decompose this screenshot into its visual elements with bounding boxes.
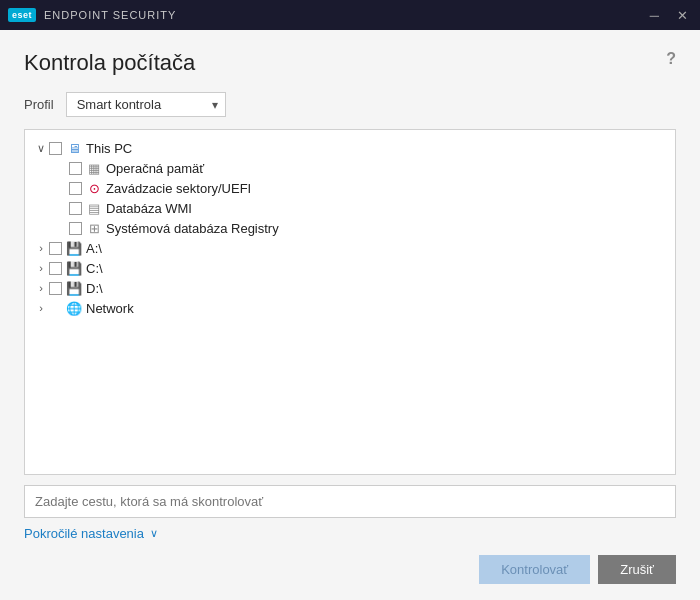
tree-checkbox[interactable]: [69, 202, 82, 215]
advanced-chevron-icon: ∨: [150, 527, 158, 540]
profile-select[interactable]: Smart kontrola: [66, 92, 226, 117]
path-input[interactable]: [24, 485, 676, 518]
tree-item-network[interactable]: ›🌐Network: [25, 298, 675, 318]
tree-checkbox[interactable]: [69, 162, 82, 175]
tree-item-icon: 💾: [66, 240, 82, 256]
tree-item-reg[interactable]: ⊞Systémová databáza Registry: [25, 218, 675, 238]
tree-toggle[interactable]: ›: [33, 262, 49, 274]
tree-checkbox[interactable]: [69, 182, 82, 195]
titlebar-left: eset ENDPOINT SECURITY: [8, 8, 176, 22]
tree-checkbox[interactable]: [49, 262, 62, 275]
tree-toggle[interactable]: ›: [33, 282, 49, 294]
tree-item-label: C:\: [86, 261, 103, 276]
tree-item-label: Network: [86, 301, 134, 316]
profile-select-wrapper[interactable]: Smart kontrola: [66, 92, 226, 117]
tree-item-label: This PC: [86, 141, 132, 156]
page-title: Kontrola počítača: [24, 50, 195, 76]
tree-checkbox[interactable]: [69, 222, 82, 235]
tree-toggle[interactable]: ›: [33, 242, 49, 254]
tree-item-label: Zavádzacie sektory/UEFI: [106, 181, 251, 196]
tree-item-d-drive[interactable]: ›💾D:\: [25, 278, 675, 298]
tree-item-icon: ⊞: [86, 220, 102, 236]
tree-item-icon: 💾: [66, 280, 82, 296]
tree-panel: ∨🖥This PC ▦Operačná pamäť ⊙Zavádzacie se…: [24, 129, 676, 475]
tree-item-icon: ▦: [86, 160, 102, 176]
tree-toggle[interactable]: ∨: [33, 142, 49, 155]
tree-item-ram[interactable]: ▦Operačná pamäť: [25, 158, 675, 178]
buttons-row: Kontrolovať Zrušiť: [24, 555, 676, 584]
tree-item-label: D:\: [86, 281, 103, 296]
tree-item-label: Databáza WMI: [106, 201, 192, 216]
tree-checkbox[interactable]: [49, 242, 62, 255]
tree-item-icon: ▤: [86, 200, 102, 216]
tree-item-icon: ⊙: [86, 180, 102, 196]
tree-checkbox[interactable]: [49, 282, 62, 295]
tree-item-boot[interactable]: ⊙Zavádzacie sektory/UEFI: [25, 178, 675, 198]
close-button[interactable]: ✕: [673, 7, 692, 24]
advanced-settings-row[interactable]: Pokročilé nastavenia ∨: [24, 526, 676, 541]
profile-row: Profil Smart kontrola: [24, 92, 676, 117]
profile-label: Profil: [24, 97, 54, 112]
tree-item-icon: 🖥: [66, 140, 82, 156]
tree-item-this-pc[interactable]: ∨🖥This PC: [25, 138, 675, 158]
advanced-label: Pokročilé nastavenia: [24, 526, 144, 541]
eset-logo: eset: [8, 8, 36, 22]
minimize-button[interactable]: ─: [646, 7, 663, 24]
tree-item-a-drive[interactable]: ›💾A:\: [25, 238, 675, 258]
tree-toggle[interactable]: ›: [33, 302, 49, 314]
tree-item-icon: 💾: [66, 260, 82, 276]
titlebar-title: ENDPOINT SECURITY: [44, 9, 176, 21]
tree-item-c-drive[interactable]: ›💾C:\: [25, 258, 675, 278]
tree-item-wmi[interactable]: ▤Databáza WMI: [25, 198, 675, 218]
titlebar-controls: ─ ✕: [646, 7, 692, 24]
scan-button[interactable]: Kontrolovať: [479, 555, 590, 584]
tree-item-label: Operačná pamäť: [106, 161, 204, 176]
tree-checkbox[interactable]: [49, 142, 62, 155]
tree-item-label: Systémová databáza Registry: [106, 221, 279, 236]
help-button[interactable]: ?: [666, 50, 676, 68]
main-content: Kontrola počítača ? Profil Smart kontrol…: [0, 30, 700, 600]
titlebar: eset ENDPOINT SECURITY ─ ✕: [0, 0, 700, 30]
tree-item-icon: 🌐: [66, 300, 82, 316]
cancel-button[interactable]: Zrušiť: [598, 555, 676, 584]
header-row: Kontrola počítača ?: [24, 50, 676, 76]
tree-item-label: A:\: [86, 241, 102, 256]
